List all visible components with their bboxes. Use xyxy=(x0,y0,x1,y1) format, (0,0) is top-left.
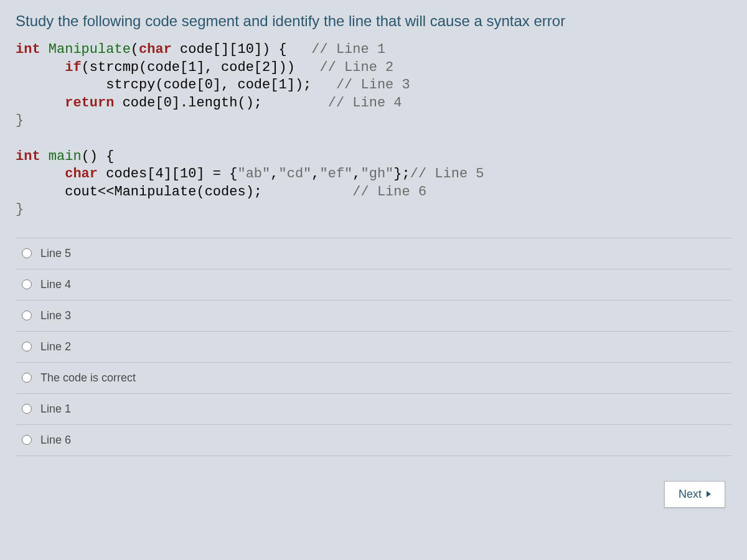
keyword: int xyxy=(16,42,40,57)
comment: // Line 4 xyxy=(262,95,402,111)
comment: // Line 3 xyxy=(311,77,410,93)
string-literal: "gh" xyxy=(361,166,394,182)
function-name: Manipulate xyxy=(40,42,131,57)
option-label[interactable]: Line 6 xyxy=(40,434,71,447)
option-label[interactable]: Line 5 xyxy=(40,247,71,260)
option-radio[interactable] xyxy=(22,435,32,445)
brace: } xyxy=(16,202,24,217)
option-radio[interactable] xyxy=(22,373,32,383)
option-label[interactable]: Line 1 xyxy=(40,403,71,416)
next-button[interactable]: Next xyxy=(664,481,725,508)
option-row[interactable]: Line 5 xyxy=(16,238,731,269)
code-block: int Manipulate(char code[][10]) { // Lin… xyxy=(16,41,731,219)
options-list: Line 5 Line 4 Line 3 Line 2 The code is … xyxy=(16,238,731,456)
code-text: (strcmp(code[1], code[2])) xyxy=(82,60,295,75)
keyword: char xyxy=(65,166,98,182)
comment: // Line 5 xyxy=(410,166,484,182)
option-row[interactable]: Line 1 xyxy=(16,394,731,425)
option-row[interactable]: Line 4 xyxy=(16,269,731,301)
comment: // Line 6 xyxy=(262,184,426,200)
code-text: strcpy(code[0], code[1]); xyxy=(106,77,311,93)
code-text: , xyxy=(270,166,278,182)
option-radio[interactable] xyxy=(22,248,32,258)
keyword: int xyxy=(16,149,40,164)
option-row[interactable]: The code is correct xyxy=(16,363,731,394)
code-text: , xyxy=(311,166,319,182)
string-literal: "cd" xyxy=(278,166,311,182)
option-radio[interactable] xyxy=(22,342,32,352)
code-text: codes[4][10] = { xyxy=(98,166,237,182)
code-text: ( xyxy=(131,42,139,57)
option-label[interactable]: The code is correct xyxy=(40,371,136,385)
option-radio[interactable] xyxy=(22,404,32,414)
string-literal: "ab" xyxy=(237,166,270,182)
option-label[interactable]: Line 3 xyxy=(40,309,71,322)
function-name: main xyxy=(40,149,82,164)
comment: // Line 2 xyxy=(295,60,393,75)
string-literal: "ef" xyxy=(320,166,353,182)
keyword: char xyxy=(139,42,172,57)
brace: } xyxy=(16,113,24,128)
option-label[interactable]: Line 4 xyxy=(40,278,71,291)
footer: Next xyxy=(16,481,731,508)
keyword: return xyxy=(65,95,114,111)
option-row[interactable]: Line 2 xyxy=(16,332,731,363)
comment: // Line 1 xyxy=(287,42,385,57)
chevron-right-icon xyxy=(707,491,711,497)
code-text: , xyxy=(352,166,360,182)
code-text: code[][10]) { xyxy=(172,42,287,57)
option-label[interactable]: Line 2 xyxy=(40,340,71,353)
keyword: if xyxy=(65,60,81,75)
next-button-label: Next xyxy=(679,488,702,501)
code-text: () { xyxy=(82,149,115,164)
option-radio[interactable] xyxy=(22,310,32,320)
option-row[interactable]: Line 6 xyxy=(16,425,731,456)
code-text: }; xyxy=(393,166,410,182)
option-row[interactable]: Line 3 xyxy=(16,301,731,332)
question-title: Study the following code segment and ide… xyxy=(16,12,731,30)
code-text: cout<<Manipulate(codes); xyxy=(65,184,262,200)
option-radio[interactable] xyxy=(22,279,32,289)
code-text: code[0].length(); xyxy=(114,95,262,111)
